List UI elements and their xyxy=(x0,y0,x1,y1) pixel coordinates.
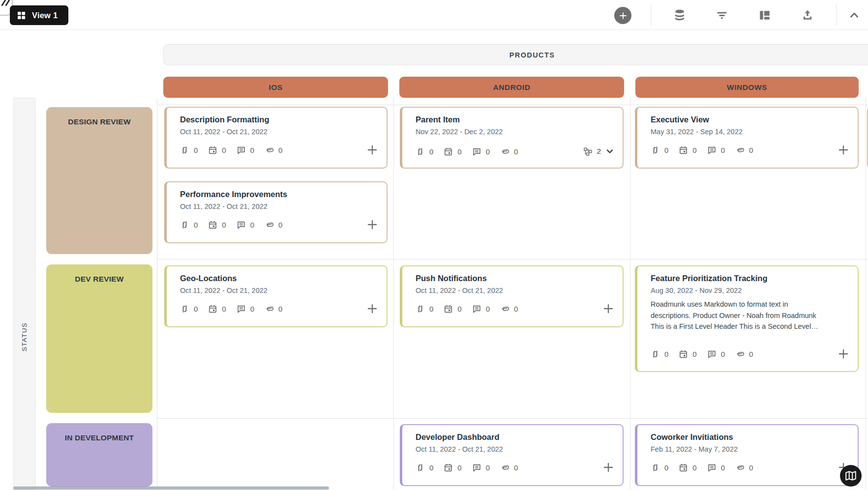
grid-line xyxy=(157,105,868,105)
comments-icon xyxy=(707,349,717,359)
column-header-ios[interactable]: IOS xyxy=(163,77,388,98)
card-dates: Feb 11, 2022 - May 7, 2022 xyxy=(651,445,849,453)
status-axis-gutter xyxy=(13,98,35,490)
calendar-icon xyxy=(679,349,688,359)
attachment-icon xyxy=(735,463,745,472)
comments-icon xyxy=(707,145,717,155)
upload-icon xyxy=(801,9,814,22)
card-feature-prioritization-tracking[interactable]: Feature Prioritization Tracking Aug 30, … xyxy=(635,265,859,372)
grid-line xyxy=(630,98,630,490)
card-title: Executive View xyxy=(651,115,849,125)
comments-icon xyxy=(237,220,246,230)
card-meta: 0 0 0 0 xyxy=(180,302,379,315)
attachment-count: 0 xyxy=(278,146,282,154)
card-meta: 0 0 0 0 xyxy=(651,461,850,474)
add-related-item-button[interactable] xyxy=(366,302,379,315)
card-title: Developer Dashboard xyxy=(416,432,614,442)
card-push-notifications[interactable]: Push Notifications Oct 11, 2022 - Oct 21… xyxy=(400,265,624,327)
comments-icon xyxy=(472,463,481,472)
key-dates-icon xyxy=(651,463,660,472)
card-dates: Oct 11, 2022 - Oct 21, 2022 xyxy=(416,287,614,294)
key-dates-icon xyxy=(180,304,189,314)
calendar-icon xyxy=(679,463,688,472)
card-title: Description Formatting xyxy=(180,115,378,125)
layout-button[interactable] xyxy=(758,8,772,22)
card-executive-view[interactable]: Executive View May 31, 2022 - Sep 14, 20… xyxy=(635,107,859,169)
calendar-icon xyxy=(444,304,453,314)
card-dates: May 31, 2022 - Sep 14, 2022 xyxy=(651,128,849,136)
chevron-up-icon xyxy=(848,9,861,22)
attachment-icon xyxy=(265,145,274,155)
card-dates: Oct 11, 2022 - Oct 21, 2022 xyxy=(180,128,378,136)
attachment-icon xyxy=(500,463,509,472)
plus-icon xyxy=(837,347,850,360)
collapse-toolbar-button[interactable] xyxy=(847,8,861,22)
add-related-item-button[interactable] xyxy=(837,347,850,360)
roadmunk-swimlane-view: View 1 xyxy=(0,0,868,490)
database-icon xyxy=(673,9,686,22)
grid-line xyxy=(157,418,868,419)
card-performance-improvements[interactable]: Performance Improvements Oct 11, 2022 - … xyxy=(164,181,388,243)
add-item-button[interactable] xyxy=(614,7,631,24)
plus-icon xyxy=(366,218,379,231)
plus-icon xyxy=(366,144,379,156)
column-header-android[interactable]: ANDROID xyxy=(399,77,624,98)
roadmap-fab-button[interactable] xyxy=(840,465,862,487)
card-parent-item[interactable]: Parent Item Nov 22, 2022 - Dec 2, 2022 0… xyxy=(400,107,624,169)
card-description: Roadmunk uses Markdown to format text in… xyxy=(651,299,829,332)
card-dates: Nov 22, 2022 - Dec 2, 2022 xyxy=(416,128,614,136)
card-meta: 0 0 0 0 xyxy=(180,218,379,231)
card-developer-dashboard[interactable]: Developer Dashboard Oct 11, 2022 - Oct 2… xyxy=(400,424,624,486)
card-meta: 0 0 0 0 xyxy=(416,461,615,474)
card-meta: 0 0 0 0 xyxy=(651,144,850,156)
card-title: Feature Prioritization Tracking xyxy=(651,273,849,284)
card-title: Push Notifications xyxy=(416,273,614,284)
filter-button[interactable] xyxy=(715,8,729,22)
comments-icon xyxy=(237,304,246,314)
children-expand-badge[interactable]: 2 xyxy=(583,146,615,156)
key-dates-icon xyxy=(180,145,189,155)
card-dates: Oct 11, 2022 - Oct 21, 2022 xyxy=(180,202,378,210)
card-title: Coworker Invitiations xyxy=(651,432,849,442)
children-count: 2 xyxy=(597,147,601,156)
row-header-in-development[interactable]: IN DEVELOPMENT xyxy=(46,423,152,487)
add-related-item-button[interactable] xyxy=(366,218,379,231)
chevron-down-icon xyxy=(605,146,615,156)
card-dates: Aug 30, 2022 - Nov 29, 2022 xyxy=(651,287,849,294)
plus-icon xyxy=(602,302,615,315)
card-description-formatting[interactable]: Description Formatting Oct 11, 2022 - Oc… xyxy=(164,107,388,169)
card-meta: 0 0 0 0 xyxy=(416,302,615,315)
attachment-icon xyxy=(500,147,509,156)
row-header-dev-review[interactable]: DEV REVIEW xyxy=(46,264,152,413)
add-related-item-button[interactable] xyxy=(366,144,379,156)
calendar-count: 0 xyxy=(222,146,226,154)
key-dates-icon xyxy=(651,145,660,155)
export-button[interactable] xyxy=(801,8,814,22)
row-header-design-review[interactable]: DESIGN REVIEW xyxy=(46,107,152,254)
card-title: Performance Improvements xyxy=(180,189,378,200)
card-coworker-invitiations[interactable]: Coworker Invitiations Feb 11, 2022 - May… xyxy=(635,424,859,486)
data-sources-button[interactable] xyxy=(673,8,687,22)
plus-icon xyxy=(602,461,615,474)
key-dates-icon xyxy=(651,349,660,359)
attachment-icon xyxy=(265,304,274,314)
add-related-item-button[interactable] xyxy=(602,461,615,474)
add-related-item-button[interactable] xyxy=(837,144,850,156)
add-related-item-button[interactable] xyxy=(602,302,615,315)
card-meta: 0 0 0 0 xyxy=(651,347,850,360)
comments-icon xyxy=(707,463,717,472)
column-header-windows[interactable]: WINDOWS xyxy=(635,77,859,98)
horizontal-scrollbar-thumb[interactable] xyxy=(13,487,329,490)
comments-icon xyxy=(472,304,481,314)
column-group-header[interactable]: PRODUCTS xyxy=(163,44,868,65)
attachment-icon xyxy=(735,145,745,155)
layout-icon xyxy=(758,9,771,22)
toolbar-divider xyxy=(836,4,837,26)
comments-count: 0 xyxy=(250,146,254,154)
card-meta: 0 0 0 0 xyxy=(180,144,379,156)
comments-icon xyxy=(237,145,246,155)
card-geo-locations[interactable]: Geo-Locations Oct 11, 2022 - Oct 21, 202… xyxy=(164,265,388,327)
key-dates-icon xyxy=(416,147,425,156)
column-group-label: PRODUCTS xyxy=(509,51,555,59)
view-switcher-button[interactable]: View 1 xyxy=(10,5,68,25)
